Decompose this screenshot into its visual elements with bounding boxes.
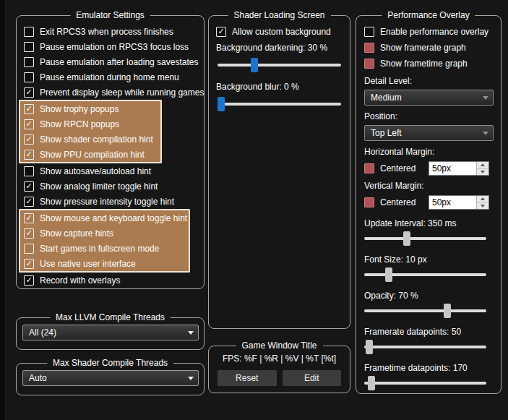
checkbox-row[interactable]: ✓Use native user interface — [20, 256, 189, 271]
checkbox[interactable]: ✓ — [24, 259, 34, 269]
chevron-down-icon[interactable] — [478, 126, 493, 140]
max-shader-threads-group: Max Shader Compile Threads Auto — [16, 363, 205, 395]
rpcs3-settings-window: Emulator Settings ✓Exit RPCS3 when proce… — [0, 0, 508, 420]
checkbox-row[interactable]: ✓Prevent display sleep while running gam… — [17, 85, 204, 100]
vertical-margin-spinbox[interactable]: 50px — [429, 195, 489, 210]
spinner-down-icon[interactable] — [477, 168, 488, 176]
checkbox-row[interactable]: ✓Enable performance overlay — [364, 24, 494, 40]
checkbox-row[interactable]: ✓Show shader compilation hint — [20, 132, 160, 147]
chevron-down-icon[interactable] — [183, 371, 198, 385]
centered-checkbox[interactable] — [364, 163, 374, 173]
chevron-down-icon[interactable] — [478, 90, 493, 105]
dropdown-value: All (24) — [29, 327, 56, 338]
slider-handle[interactable] — [385, 267, 392, 282]
checkbox-row[interactable]: ✓Pause emulation after loading savestate… — [17, 54, 204, 69]
framerate-datapoints-slider-label: Framerate datapoints: 50 — [364, 327, 494, 337]
checkbox[interactable]: ✓ — [24, 72, 34, 82]
checkbox[interactable]: ✓ — [364, 43, 374, 53]
shader-loading-screen-group: Shader Loading Screen ✓Allow custom back… — [208, 15, 350, 329]
checkbox[interactable]: ✓ — [216, 27, 226, 37]
opacity-slider[interactable] — [364, 303, 486, 319]
checkbox-row[interactable]: ✓Show analog limiter toggle hint — [17, 179, 204, 194]
frametime-datapoints-slider[interactable] — [364, 375, 486, 391]
checkbox-label: Show RPCN popups — [40, 119, 119, 129]
checkbox-label: Prevent display sleep while running game… — [40, 87, 204, 98]
checkbox-row[interactable]: ✓Start games in fullscreen mode — [20, 241, 189, 256]
checkbox-label: Pause emulation after loading savestates — [40, 57, 198, 67]
checkbox-label: Show frametime graph — [380, 59, 468, 69]
checkbox[interactable]: ✓ — [24, 228, 34, 239]
spinner-up-icon[interactable] — [477, 196, 488, 202]
checkbox-row[interactable]: ✓Show frametime graph — [364, 56, 494, 72]
slider-handle[interactable] — [403, 231, 410, 246]
checkbox-label: Pause emulation on RPCS3 focus loss — [40, 42, 189, 52]
checkbox[interactable]: ✓ — [24, 42, 34, 52]
checkbox[interactable]: ✓ — [24, 181, 34, 192]
checkmark-icon: ✓ — [25, 150, 32, 158]
checkbox-label: Allow custom background — [232, 27, 331, 37]
checkbox-row[interactable]: ✓Pause emulation during home menu — [17, 69, 204, 85]
checkbox[interactable]: ✓ — [24, 166, 34, 176]
checkbox[interactable]: ✓ — [364, 27, 374, 37]
max-shader-threads-dropdown[interactable]: Auto — [22, 370, 199, 386]
checkbox-row[interactable]: ✓Show framerate graph — [364, 40, 494, 56]
checkbox[interactable]: ✓ — [24, 57, 34, 67]
font-size-slider[interactable] — [364, 267, 486, 283]
detail-level-label: Detail Level: — [364, 76, 494, 86]
checkbox-label: Show mouse and keyboard toggle hint — [40, 213, 187, 223]
horizontal-margin-spinbox[interactable]: 50px — [429, 161, 489, 176]
edit-button[interactable]: Edit — [283, 370, 342, 386]
slider-handle[interactable] — [368, 376, 375, 390]
slider-handle[interactable] — [366, 340, 373, 354]
update-interval-slider[interactable] — [364, 231, 486, 247]
max-llvm-threads-dropdown[interactable]: All (24) — [22, 325, 199, 340]
slider-handle[interactable] — [218, 97, 225, 111]
checkbox-row[interactable]: ✓Pause emulation on RPCS3 focus loss — [17, 39, 204, 54]
position-dropdown[interactable]: Top Left — [364, 125, 494, 141]
checkbox[interactable]: ✓ — [24, 119, 34, 129]
emulator-settings-group: Emulator Settings ✓Exit RPCS3 when proce… — [16, 15, 205, 289]
checkbox[interactable]: ✓ — [24, 104, 34, 114]
checkbox-row[interactable]: ✓Record with overlays — [17, 273, 204, 288]
checkbox-label: Show analog limiter toggle hint — [40, 181, 158, 192]
checkbox[interactable]: ✓ — [24, 213, 34, 223]
checkbox-row[interactable]: ✓Show autosave/autoload hint — [17, 163, 204, 179]
detail-level-dropdown[interactable]: Medium — [364, 90, 494, 106]
background-blur-slider[interactable] — [218, 96, 341, 112]
checkbox-row[interactable]: ✓Show trophy popups — [20, 101, 160, 116]
centered-checkbox[interactable] — [364, 197, 374, 207]
checkmark-icon: ✓ — [25, 135, 32, 143]
checkbox-label: Use native user interface — [40, 259, 136, 269]
checkbox-row[interactable]: ✓Exit RPCS3 when process finishes — [17, 24, 204, 39]
checkbox[interactable]: ✓ — [24, 134, 34, 145]
reset-button[interactable]: Reset — [218, 370, 277, 386]
checkbox[interactable]: ✓ — [24, 197, 34, 207]
framerate-datapoints-slider[interactable] — [364, 339, 486, 355]
checkbox[interactable]: ✓ — [364, 59, 374, 69]
background-blur-label: Background blur: 0 % — [216, 82, 341, 92]
chevron-down-icon[interactable] — [183, 325, 198, 340]
group-title: Max Shader Compile Threads — [47, 358, 173, 368]
checkbox-row[interactable]: ✓Show PPU compilation hint — [20, 147, 160, 162]
checkbox[interactable]: ✓ — [24, 275, 34, 286]
game-window-title-group: Game Window Title FPS: %F | %R | %V | %T… — [208, 346, 350, 393]
checkbox-row[interactable]: ✓Allow custom background — [209, 24, 341, 40]
slider-track — [364, 382, 486, 385]
checkbox-row[interactable]: ✓Show capture hints — [20, 226, 189, 241]
checkbox[interactable]: ✓ — [24, 27, 34, 37]
checkbox[interactable]: ✓ — [24, 244, 34, 254]
spinner-up-icon[interactable] — [477, 162, 488, 168]
slider-handle[interactable] — [444, 304, 451, 318]
checkbox[interactable]: ✓ — [24, 150, 34, 160]
slider-handle[interactable] — [251, 58, 258, 72]
checkbox[interactable]: ✓ — [24, 87, 34, 98]
checkbox-row[interactable]: ✓Show mouse and keyboard toggle hint — [20, 210, 189, 226]
checkmark-icon: ✓ — [25, 260, 32, 267]
allow-custom-background-row: ✓Allow custom background — [209, 24, 341, 40]
centered-label: Centered — [380, 197, 416, 207]
dropdown-value: Medium — [371, 93, 402, 103]
checkbox-row[interactable]: ✓Show pressure intensity toggle hint — [17, 194, 204, 209]
checkbox-row[interactable]: ✓Show RPCN popups — [20, 116, 160, 132]
background-darkening-slider[interactable] — [218, 57, 341, 73]
spinner-down-icon[interactable] — [477, 202, 488, 210]
